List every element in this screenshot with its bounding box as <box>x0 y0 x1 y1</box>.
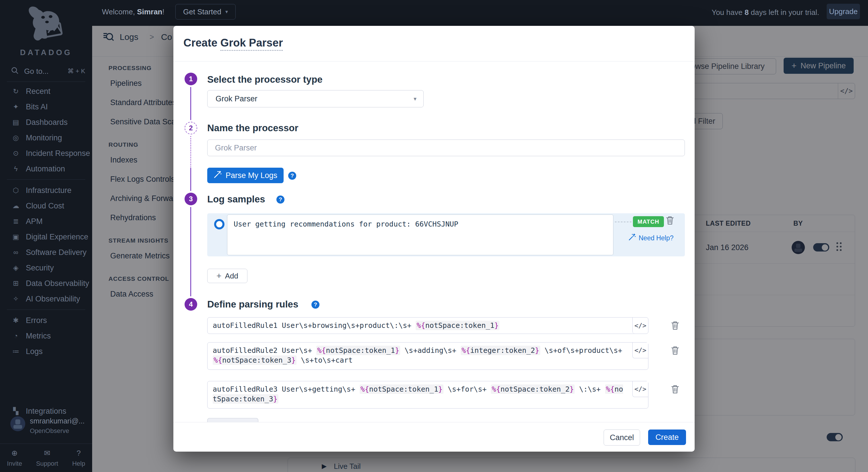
sidebar-item-logs[interactable]: ≔Logs <box>0 344 92 359</box>
step-2-badge: 2 <box>185 122 197 135</box>
sidebar-footer: ⊕Invite✉Support?Help <box>0 444 92 472</box>
parse-help-icon[interactable]: ? <box>288 172 296 180</box>
upgrade-button[interactable]: Upgrade <box>827 4 860 19</box>
parsing-rule-input[interactable]: autoFilledRule1 User\s+browsing\s+produc… <box>208 318 648 334</box>
step-connector <box>190 207 191 296</box>
rule-code-icon[interactable]: </> <box>632 343 648 358</box>
sidebar-item-label: Integrations <box>26 407 66 416</box>
create-button[interactable]: Create <box>648 430 686 445</box>
security-icon: ◈ <box>11 264 20 272</box>
processor-name-input[interactable] <box>207 140 685 156</box>
sidebar-item-bits-ai[interactable]: ✦Bits AI <box>0 99 92 115</box>
sidebar-item-ai-observability[interactable]: ✧AI Observability <box>0 291 92 306</box>
log-sample-radio[interactable] <box>214 219 224 229</box>
step-3-title: Log samples <box>207 194 265 205</box>
sidebar-item-software-delivery[interactable]: ∞Software Delivery <box>0 245 92 260</box>
chevron-down-icon: ▾ <box>414 95 416 102</box>
grok-token: %{notSpace:token_1} <box>360 384 443 394</box>
data-observability-icon: ⊞ <box>11 279 20 287</box>
step-2-title: Name the processor <box>207 123 298 134</box>
sidebar-item-label: Security <box>26 264 54 272</box>
datadog-logo[interactable] <box>24 4 67 47</box>
modal-title: Create Grok Parser <box>183 37 283 49</box>
get-started-button[interactable]: Get Started ▾ <box>175 4 236 20</box>
parsing-rule-input[interactable]: autoFilledRule3 User\s+getting\s+ %{notS… <box>208 381 648 407</box>
invite-icon: ⊕ <box>11 449 18 458</box>
delete-rule-icon[interactable] <box>671 346 679 355</box>
processor-type-value: Grok Parser <box>216 94 257 104</box>
match-connector-line <box>615 222 631 222</box>
sidebar-divider <box>7 309 85 310</box>
sidebar-item-label: AI Observability <box>26 295 80 303</box>
sidebar-item-cloud-cost[interactable]: ☁Cloud Cost <box>0 198 92 214</box>
sidebar-item-data-observability[interactable]: ⊞Data Observability <box>0 276 92 291</box>
parsing-rule-row[interactable]: autoFilledRule1 User\s+browsing\s+produc… <box>207 317 648 334</box>
add-sample-button[interactable]: + Add <box>207 269 247 283</box>
parsing-rules-help-icon[interactable]: ? <box>311 301 319 308</box>
invite-button[interactable]: ⊕Invite <box>7 449 22 467</box>
grok-token: %{notSpace:token_3} <box>213 355 297 365</box>
log-sample-input[interactable]: User getting recommendations for product… <box>227 214 613 255</box>
rule-code-icon[interactable]: </> <box>632 318 648 334</box>
support-icon: ✉ <box>44 449 50 458</box>
grok-token: %{integer:token_2} <box>461 346 540 355</box>
sidebar-nav: ↻Recent✦Bits AI▤Dashboards◎Monitoring⊙In… <box>0 84 92 359</box>
cloud-cost-icon: ☁ <box>11 202 20 210</box>
automation-icon: ϟ <box>11 165 20 173</box>
help-icon: ? <box>76 449 81 458</box>
sidebar-item-apm[interactable]: ≣APM <box>0 214 92 229</box>
footer-button-label: Support <box>36 460 58 467</box>
sidebar-item-label: Software Delivery <box>26 248 87 257</box>
parsing-rule-row[interactable]: autoFilledRule3 User\s+getting\s+ %{notS… <box>207 381 648 409</box>
log-samples-help-icon[interactable]: ? <box>276 196 284 204</box>
goto-search[interactable]: Go to... ⌘ + K <box>0 64 92 79</box>
recent-icon: ↻ <box>11 87 20 95</box>
account-org: OpenObserve <box>30 427 69 435</box>
dashboards-icon: ▤ <box>11 118 20 126</box>
need-help-link[interactable]: Need Help? <box>628 233 673 243</box>
integrations-icon: ▚ <box>11 407 20 415</box>
delete-sample-icon[interactable] <box>666 216 674 225</box>
help-button[interactable]: ?Help <box>72 449 85 467</box>
sidebar-divider <box>7 179 85 180</box>
add-sample-label: Add <box>225 272 238 281</box>
brand-wordmark: DATADOG <box>0 48 92 57</box>
sidebar-item-label: Automation <box>26 165 65 173</box>
sidebar-item-label: Bits AI <box>26 102 48 111</box>
sidebar-item-label: Errors <box>26 316 47 325</box>
delete-rule-icon[interactable] <box>671 321 679 330</box>
sidebar-item-digital-experience[interactable]: ▣Digital Experience <box>0 229 92 245</box>
support-button[interactable]: ✉Support <box>36 449 58 467</box>
get-started-label: Get Started <box>183 7 221 17</box>
logs-icon: ≔ <box>11 347 20 355</box>
cancel-button[interactable]: Cancel <box>603 430 640 446</box>
welcome-message: Welcome, Simran! <box>102 7 164 17</box>
parsing-rule-row[interactable]: autoFilledRule2 User\s+ %{notSpace:token… <box>207 342 648 370</box>
step-1-title: Select the processor type <box>207 74 322 85</box>
modal-title-term: Grok Parser <box>220 37 283 51</box>
sidebar-item-monitoring[interactable]: ◎Monitoring <box>0 130 92 146</box>
rule-code-icon[interactable]: </> <box>632 381 648 397</box>
trial-days: 8 <box>745 8 749 17</box>
need-help-label: Need Help? <box>639 234 673 242</box>
parsing-rule-input[interactable]: autoFilledRule2 User\s+ %{notSpace:token… <box>208 343 648 368</box>
sidebar-item-label: Data Observability <box>26 279 89 288</box>
sidebar-item-security[interactable]: ◈Security <box>0 260 92 276</box>
modal-header-divider <box>174 61 694 61</box>
sidebar-item-dashboards[interactable]: ▤Dashboards <box>0 115 92 130</box>
sidebar-item-infrastructure[interactable]: ⬡Infrastructure <box>0 183 92 198</box>
search-icon <box>11 67 19 76</box>
parse-my-logs-button[interactable]: Parse My Logs <box>207 168 284 183</box>
processor-type-select[interactable]: Grok Parser ▾ <box>207 90 424 107</box>
sidebar-item-errors[interactable]: ✱Errors <box>0 313 92 328</box>
grok-token: %{notSpace:token_1} <box>415 321 499 330</box>
delete-rule-icon[interactable] <box>671 384 679 394</box>
sidebar-item-automation[interactable]: ϟAutomation <box>0 161 92 177</box>
sidebar-item-metrics[interactable]: ◔Metrics <box>0 328 92 344</box>
sidebar-item-incident-response[interactable]: ⊙Incident Response <box>0 146 92 161</box>
sidebar-item-recent[interactable]: ↻Recent <box>0 84 92 99</box>
trial-countdown: You have 8 days left in your trial. <box>712 8 819 17</box>
parse-my-logs-label: Parse My Logs <box>226 171 277 180</box>
account-switcher[interactable]: smrankumari@... OpenObserve <box>0 416 92 437</box>
step-3-badge: 3 <box>185 193 197 205</box>
